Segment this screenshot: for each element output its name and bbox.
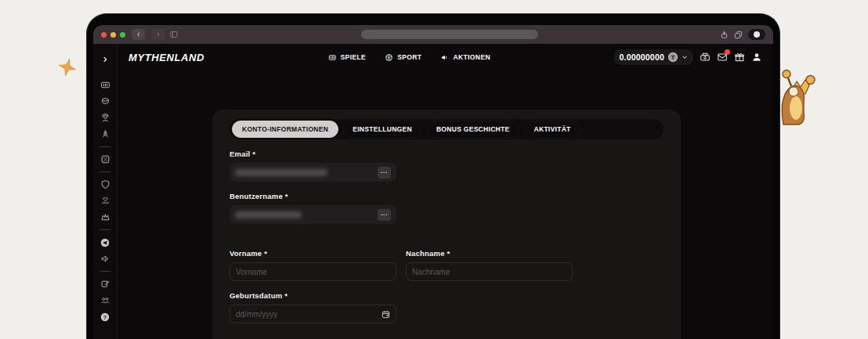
megaphone-icon xyxy=(100,254,110,264)
nav-label: SPIELE xyxy=(341,53,367,61)
chrome-actions xyxy=(720,29,765,40)
balance-amount: 0.00000000 xyxy=(620,52,664,62)
chevron-down-icon xyxy=(682,54,688,60)
username-field[interactable]: ⋯ xyxy=(230,205,396,224)
back-button[interactable] xyxy=(132,29,145,40)
edit-document-icon xyxy=(100,279,110,289)
header-right: 0.00000000 T xyxy=(614,49,762,65)
sidebar-item-live-casino[interactable] xyxy=(93,110,117,126)
first-name-field[interactable] xyxy=(230,262,396,281)
sidebar-item-loyalty[interactable] xyxy=(93,209,117,225)
forward-button[interactable] xyxy=(151,29,165,40)
slot-machine-icon xyxy=(328,53,337,62)
account-tabs: KONTO-INFORMATIONEN EINSTELLUNGEN BONUS … xyxy=(230,119,664,139)
profile-circle-icon xyxy=(754,31,760,38)
dice-icon xyxy=(100,154,110,164)
birth-date-input[interactable] xyxy=(236,310,382,319)
mascot-decoration xyxy=(776,67,821,125)
close-window-button[interactable] xyxy=(101,32,107,38)
cashier-icon xyxy=(700,52,711,63)
megaphone-icon xyxy=(440,53,449,62)
username-actions-button[interactable]: ⋯ xyxy=(378,209,391,221)
sidebar-expand-button[interactable] xyxy=(93,51,117,67)
sidebar-item-telegram[interactable] xyxy=(93,234,117,251)
minimize-window-button[interactable] xyxy=(110,32,116,38)
nav-item-spiele[interactable]: SPIELE xyxy=(328,53,367,62)
browser-profile-button[interactable] xyxy=(748,29,765,40)
browser-chrome xyxy=(93,25,773,44)
last-name-input[interactable] xyxy=(412,268,566,276)
account-button[interactable] xyxy=(751,52,762,63)
sidebar-item-vip[interactable] xyxy=(93,193,117,209)
first-name-input[interactable] xyxy=(236,268,390,276)
slot-machine-icon xyxy=(100,80,110,90)
share-icon[interactable] xyxy=(720,31,729,39)
site-sidebar: ? xyxy=(93,44,118,339)
username-label: Benutzername * xyxy=(230,192,664,200)
nav-item-aktionen[interactable]: AKTIONEN xyxy=(440,53,490,62)
sidebar-item-affiliates[interactable] xyxy=(93,292,117,308)
calendar-icon[interactable] xyxy=(382,310,390,319)
address-bar[interactable] xyxy=(361,30,538,39)
tabs-icon[interactable] xyxy=(734,31,743,39)
email-actions-button[interactable]: ⋯ xyxy=(378,167,391,179)
nav-label: SPORT xyxy=(397,53,421,61)
sidebar-item-promotions[interactable] xyxy=(93,176,117,193)
account-settings-card: KONTO-INFORMATIONEN EINSTELLUNGEN BONUS … xyxy=(212,110,681,339)
redacted-username-value xyxy=(235,211,302,218)
telegram-icon xyxy=(99,237,110,248)
nav-item-sport[interactable]: SPORT xyxy=(385,53,421,62)
sidebar-item-casino[interactable] xyxy=(93,93,117,110)
site-main: MYTHENLAND SPIELE SPORT xyxy=(118,44,773,339)
tab-konto-informationen[interactable]: KONTO-INFORMATIONEN xyxy=(232,121,338,138)
sidebar-item-originals[interactable] xyxy=(93,151,117,168)
birth-date-label: Geburtsdatum * xyxy=(230,291,664,300)
people-group-icon xyxy=(100,295,110,305)
site-logo[interactable]: MYTHENLAND xyxy=(128,52,204,63)
page-content: KONTO-INFORMATIONEN EINSTELLUNGEN BONUS … xyxy=(118,70,773,339)
svg-text:?: ? xyxy=(103,314,107,319)
balance-selector[interactable]: 0.00000000 T xyxy=(614,49,693,65)
heart-hand-icon xyxy=(100,196,110,206)
tether-coin-icon: T xyxy=(668,52,678,62)
bonus-button[interactable] xyxy=(734,52,745,63)
sidebar-item-slots[interactable] xyxy=(93,77,117,93)
sparkle-decoration-icon xyxy=(58,58,77,77)
stage: ? MYTHENLAND SPIELE xyxy=(0,0,868,339)
first-name-label: Vorname * xyxy=(230,249,396,258)
birth-date-field[interactable] xyxy=(230,305,396,323)
help-question-icon: ? xyxy=(99,312,110,323)
site-body: ? MYTHENLAND SPIELE xyxy=(93,44,773,339)
main-nav: SPIELE SPORT AKTIONEN xyxy=(328,53,491,62)
sidebar-divider xyxy=(99,229,110,230)
back-chevron-icon xyxy=(136,31,142,38)
redacted-email-value xyxy=(235,169,327,176)
last-name-field[interactable] xyxy=(406,262,573,281)
email-field[interactable]: ⋯ xyxy=(230,163,396,182)
sidebar-item-news[interactable] xyxy=(93,276,117,292)
nav-label: AKTIONEN xyxy=(453,53,490,61)
crown-icon xyxy=(100,212,110,222)
sidebar-item-crash-games[interactable] xyxy=(93,126,117,142)
tab-einstellungen[interactable]: EINSTELLUNGEN xyxy=(342,121,422,138)
cashier-button[interactable] xyxy=(700,52,711,63)
forward-chevron-icon xyxy=(155,31,161,38)
tab-aktivitaet[interactable]: AKTIVITÄT xyxy=(524,121,581,138)
sidebar-divider xyxy=(99,171,110,172)
tab-bonus-geschichte[interactable]: BONUS GESCHICHTE xyxy=(426,121,520,138)
zoom-window-button[interactable] xyxy=(120,32,125,38)
account-icon xyxy=(751,52,762,63)
sidebar-item-help[interactable]: ? xyxy=(93,308,117,325)
sidebar-item-announcements[interactable] xyxy=(93,251,117,267)
site-header: MYTHENLAND SPIELE SPORT xyxy=(118,44,773,70)
browser-window: ? MYTHENLAND SPIELE xyxy=(93,25,773,339)
traffic-lights xyxy=(101,32,125,38)
chips-stack-icon xyxy=(100,96,110,106)
mail-button[interactable] xyxy=(717,52,728,63)
sidebar-divider xyxy=(99,146,110,147)
gift-icon xyxy=(734,52,745,63)
laptop-frame: ? MYTHENLAND SPIELE xyxy=(86,13,780,339)
email-label: Email * xyxy=(230,150,664,158)
sidebar-toggle-icon[interactable] xyxy=(169,30,179,39)
rocket-icon xyxy=(100,129,110,139)
